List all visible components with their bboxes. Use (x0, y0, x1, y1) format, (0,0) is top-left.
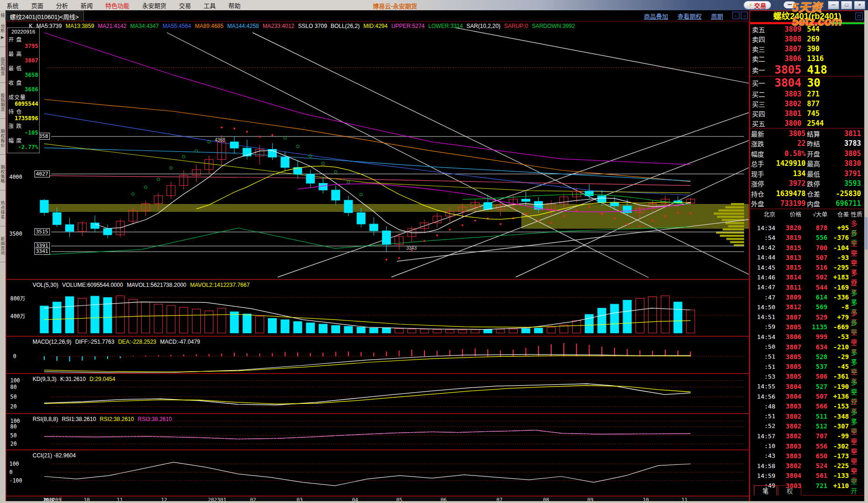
indicator-value: LOWER:3314 (428, 23, 463, 29)
bid-row[interactable]: 买五38002544 (750, 118, 864, 128)
sidebar-vertical-tab[interactable]: 热点排名 (0, 201, 6, 226)
menu-item[interactable]: 永安期货 (142, 1, 166, 10)
axis-label: 800万 (10, 294, 25, 302)
axis-label: 100 (10, 377, 20, 384)
axis-label: 100 (9, 461, 19, 467)
stat-row: 总手1429910 最高3830 (750, 159, 864, 169)
kd-header: KD(9,3,3)K:31.2610D:29.0454 (33, 374, 119, 383)
collapse-tab[interactable]: 技 (0, 10, 6, 21)
indicator-value: UPPER:5274 (391, 23, 424, 29)
info-row: 幅 度 -2.77% (8, 136, 38, 150)
axis-label: 0 (9, 469, 13, 476)
menu-item[interactable]: 分析 (56, 1, 68, 10)
ask-row[interactable]: 卖三3807390 (750, 44, 864, 54)
info-row: 收 盘 3686 (8, 79, 38, 93)
toolbar-link[interactable]: 商品叠加 (644, 12, 668, 20)
ask-row[interactable]: 卖四3808269 (750, 34, 864, 44)
axis-label: 80 (10, 384, 17, 390)
app-title: 博易云-永安期货 (373, 1, 417, 10)
bid-row[interactable]: 买三3802877 (750, 99, 864, 109)
toolbar: 技 螺纹2401(010601)<周线> 商品叠加查看期权周期 ←→▤ (0, 10, 868, 21)
axis-label: 20 (10, 403, 17, 410)
sidebar-vertical-tab[interactable]: 分析 ▶ (0, 24, 6, 47)
chart-area[interactable]: KMA5:3739MA13:3859MA21:4142MA34:4347MA55… (6, 21, 750, 503)
candlestick-chart[interactable] (7, 27, 749, 279)
bottom-tab[interactable]: 笔 (754, 485, 777, 496)
sidebar-vertical-tab[interactable]: 期权策略 (0, 165, 6, 190)
bottom-tab[interactable]: 权 (778, 485, 801, 496)
titlebar: 系统页面分析新闻特色功能永安期货交易工具帮助 博易云-永安期货 ⚡ 交易 •••… (0, 0, 868, 10)
indicator-value: MA34:4347 (130, 23, 159, 29)
menu-item[interactable]: 工具 (204, 1, 216, 10)
stat-row: 现手134 最低3791 (750, 169, 864, 179)
volume-header: VOL(5,30)VOLUME:6095544.0000MAVOL1:56217… (33, 280, 253, 289)
tick-column-label[interactable]: 性质 (849, 210, 863, 218)
sidebar-vertical-tab[interactable]: 国内期货 (0, 57, 6, 83)
axis-label: 3343 (406, 245, 417, 251)
menu-item[interactable]: 新闻 (81, 1, 93, 10)
info-row: 最 高 3807 (8, 50, 38, 64)
watermark: 5天资5etz.com (792, 0, 868, 28)
indicator-value: SARDOWN:3992 (532, 23, 575, 29)
nav-icon[interactable]: ← (732, 12, 739, 19)
indicator-value: K (29, 23, 33, 29)
indicator-value: MA55:4564 (163, 23, 191, 29)
window-frame-right (864, 10, 868, 503)
ask-row[interactable]: 卖二38061316 (750, 54, 864, 63)
menu-item[interactable]: 交易 (179, 1, 191, 10)
cci-chart[interactable] (7, 450, 749, 495)
tick-row: 14:343820 878 +95 多开 (750, 218, 864, 228)
nav-icon[interactable]: → (741, 12, 748, 19)
macd-header: MACD(12,26,9)DIFF:-251.7763DEA:-228.2523… (33, 337, 204, 346)
stat-row: 涨停3972 跌停3593 (750, 179, 864, 189)
info-row: 开 盘 3795 (8, 35, 38, 49)
stat-row: 持仓1639478 仓差-25830 (750, 189, 864, 199)
stat-row: 最新3805 结算3811 (750, 129, 864, 139)
axis-label: 50 (10, 394, 17, 400)
stat-row: 幅度0.58% 开盘3805 (750, 149, 864, 159)
rsi-header: RSI(8,8,8)RSI1:38.2610RSI2:38.2610RSI3:3… (33, 415, 176, 423)
tick-column-label[interactable]: 价格 (775, 210, 801, 218)
stat-row: 涨跌22 昨结3783 (750, 139, 864, 149)
menu-item[interactable]: 帮助 (228, 1, 240, 10)
menu-item[interactable]: 特色功能 (105, 1, 130, 10)
indicator-value: BOLL(26,2) (331, 23, 360, 29)
ask1-row[interactable]: 卖一3805418 (750, 63, 864, 76)
indicator-value: MA21:4142 (98, 23, 126, 29)
indicator-value: MA144:4258 (227, 23, 259, 29)
bid-row[interactable]: 买四3801745 (750, 109, 864, 118)
trade-button[interactable]: ⚡ 交易 (744, 1, 771, 9)
sidebar-vertical-tab[interactable]: 股指期货 (0, 93, 6, 119)
stat-row: 外盘733199 内盘696711 (750, 199, 864, 209)
bottom-tabs: 笔权 (750, 485, 868, 496)
axis-label: 3515 (34, 228, 50, 235)
window-frame-bottom (0, 501, 868, 503)
scrollbar-thumb[interactable] (865, 217, 868, 250)
tick-column-label[interactable]: 仓差 (827, 210, 849, 218)
menu-item[interactable]: 系统 (7, 1, 19, 10)
toolbar-link[interactable]: 查看期权 (677, 12, 702, 20)
tick-column-label[interactable]: 北京 (751, 210, 775, 218)
indicator-header: KMA5:3739MA13:3859MA21:4142MA34:4347MA55… (29, 21, 579, 30)
axis-label: 4027 (34, 170, 50, 177)
axis-label: 50 (10, 432, 17, 439)
bid1-row[interactable]: 买一380430 (750, 76, 864, 89)
axis-label: 400万 (10, 312, 25, 319)
sidebar-vertical-tab[interactable]: 期权报价 (0, 129, 6, 155)
axis-label: 3500 (9, 231, 22, 237)
tick-table-header: 北京价格√大单仓差性质 (750, 209, 864, 218)
menu-item[interactable]: 页面 (31, 1, 43, 10)
toolbar-link[interactable]: 周期 (711, 12, 723, 20)
info-row: 成交量 6095544 (8, 93, 38, 107)
axis-label: 80 (10, 423, 17, 430)
indicator-value: MA233:4012 (263, 23, 294, 29)
axis-label: 20 (10, 441, 17, 447)
tick-column-label[interactable]: √大单 (801, 210, 827, 218)
cci-header: CCI(21) -82.9604 (33, 451, 80, 459)
tick-list: 14:343820 878 +95 多开 :543819 556 -376 多平… (750, 218, 864, 486)
indicator-value: SAR(10,2,20) (466, 23, 500, 29)
sidebar-vertical-tab[interactable]: 新闻资讯 (0, 237, 6, 262)
quote-panel: 螺纹2401(rb2401) □ 卖五3809544 卖四3808269 卖三3… (749, 10, 865, 503)
axis-label: 0 (13, 353, 16, 360)
bid-row[interactable]: 买二3803271 (750, 89, 864, 99)
